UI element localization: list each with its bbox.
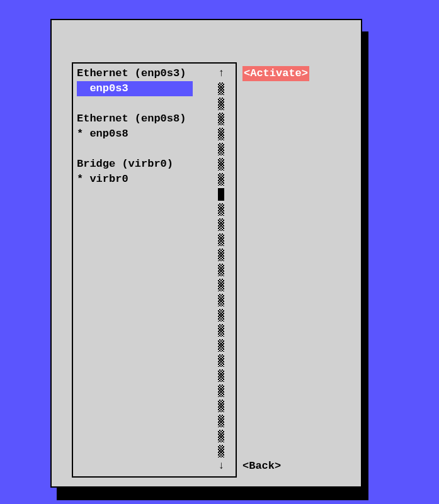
scrollbar-track-cell[interactable] bbox=[217, 126, 225, 142]
list-item[interactable] bbox=[77, 142, 212, 157]
scroll-up-arrow-icon[interactable]: ↑ bbox=[217, 66, 225, 81]
scrollbar-track-cell[interactable] bbox=[217, 96, 225, 111]
scrollbar-track-cell[interactable] bbox=[217, 413, 225, 428]
scrollbar-track-cell[interactable] bbox=[217, 217, 225, 232]
scrollbar-track-cell[interactable] bbox=[217, 172, 225, 187]
scroll-down-arrow-icon[interactable]: ↓ bbox=[217, 459, 225, 474]
scrollbar-track[interactable] bbox=[217, 81, 225, 459]
list-item[interactable]: Ethernet (enp0s8) bbox=[77, 111, 212, 126]
scrollbar-track-cell[interactable] bbox=[217, 308, 225, 323]
right-button-column: <Activate> bbox=[242, 66, 309, 81]
scrollbar-track-cell[interactable] bbox=[217, 202, 225, 217]
activate-button[interactable]: <Activate> bbox=[242, 66, 309, 81]
scrollbar-track-cell[interactable] bbox=[217, 277, 225, 293]
back-button[interactable]: <Back> bbox=[242, 459, 281, 474]
scrollbar-track-cell[interactable] bbox=[217, 262, 225, 277]
scrollbar-track-cell[interactable] bbox=[217, 111, 225, 126]
scrollbar-track-cell[interactable] bbox=[217, 323, 225, 338]
scrollbar-track-cell[interactable] bbox=[217, 338, 225, 353]
scrollbar-track-cell[interactable] bbox=[217, 247, 225, 262]
list-item[interactable] bbox=[77, 96, 212, 111]
scrollbar[interactable]: ↑ ↓ bbox=[217, 66, 225, 474]
list-item[interactable]: * enp0s8 bbox=[77, 126, 212, 142]
scrollbar-track-cell[interactable] bbox=[217, 142, 225, 157]
scrollbar-track-cell[interactable] bbox=[217, 398, 225, 413]
scrollbar-thumb[interactable] bbox=[217, 187, 225, 202]
scrollbar-track-cell[interactable] bbox=[217, 293, 225, 308]
scrollbar-track-cell[interactable] bbox=[217, 444, 225, 459]
list-item[interactable]: enp0s3 bbox=[77, 81, 212, 96]
scrollbar-track-cell[interactable] bbox=[217, 368, 225, 383]
scrollbar-track-cell[interactable] bbox=[217, 81, 225, 96]
scrollbar-track-cell[interactable] bbox=[217, 157, 225, 172]
connection-list[interactable]: Ethernet (enp0s3) enp0s3 Ethernet (enp0s… bbox=[77, 66, 212, 187]
scrollbar-track-cell[interactable] bbox=[217, 383, 225, 398]
list-item[interactable]: Bridge (virbr0) bbox=[77, 157, 212, 172]
scrollbar-track-cell[interactable] bbox=[217, 428, 225, 444]
list-item[interactable]: Ethernet (enp0s3) bbox=[77, 66, 212, 81]
list-item[interactable]: * virbr0 bbox=[77, 172, 212, 187]
network-dialog: Ethernet (enp0s3) enp0s3 Ethernet (enp0s… bbox=[50, 19, 362, 488]
scrollbar-track-cell[interactable] bbox=[217, 232, 225, 247]
scrollbar-track-cell[interactable] bbox=[217, 353, 225, 368]
